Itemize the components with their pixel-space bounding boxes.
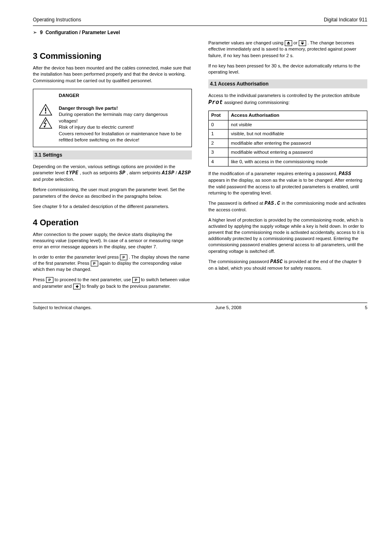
table-row: 4like 0, with access in the commissionin… [209,157,367,166]
crossref: ➣ 9 Configuration / Parameter Level [33,29,367,36]
p-key-icon: P [46,277,53,283]
svg-marker-3 [39,118,52,128]
header-left: Operating Instructions [33,16,81,23]
footer-right: 5 [365,305,367,311]
seg-pass: PASS [339,171,351,177]
svg-rect-1 [45,108,46,111]
danger-l2: During operation the terminals may carry… [59,112,168,123]
p-key-icon: P [132,277,140,283]
danger-title: DANGER [59,93,79,98]
shock-icon [39,117,52,129]
header-rule [33,25,367,26]
p-timeout: If no key has been pressed for 30 s, the… [208,63,367,75]
svg-rect-2 [45,112,46,113]
right-column: Parameter values are changed using or . … [208,40,367,293]
danger-box: DANGER Danger through live parts! During… [33,89,192,147]
svg-rect-9 [301,42,304,42]
p-pasc-label: The commissioning password PASC is provi… [208,259,367,271]
header-right: Digital Indicator 911 [324,16,367,23]
footer-mid: June 5, 2008 [215,305,242,311]
p-comm-intro: After the device has been mounted and th… [33,65,192,83]
table-row: 0not visible [209,120,367,130]
p-settings: Depending on the version, various settin… [33,164,192,183]
prot-table: Prot Access Authorisation 0not visible 1… [208,111,367,166]
crossref-title: Configuration / Parameter Level [46,30,120,35]
seg-prot: Prot [208,99,223,106]
th-access: Access Authorisation [228,111,367,120]
h-operation: 4 Operation [33,217,192,228]
p-comm-mode: A higher level of protection is provided… [208,217,367,254]
h-commissioning: 3 Commissioning [33,51,192,62]
p-key-icon: P [120,254,127,260]
danger-icons [36,92,55,143]
p-op2: In order to enter the parameter level pr… [33,254,192,273]
seg-sp: SP [119,170,125,176]
h-settings: 3.1 Settings [33,150,192,160]
svg-marker-7 [287,42,290,44]
seg-type: tYPE [66,170,78,176]
p-change: Parameter values are changed using or . … [208,40,367,58]
svg-rect-6 [78,286,78,287]
page-header: Operating Instructions Digital Indicator… [33,16,367,23]
svg-marker-10 [301,43,304,45]
p-pasc-def: The password is defined at PAS.C in the … [208,200,367,213]
danger-text: DANGER Danger through live parts! During… [55,92,187,143]
seg-a2sp: A2SP [178,170,191,176]
table-row: 1visible, but not modifiable [209,130,367,139]
page-footer: Subject to technical changes. June 5, 20… [33,303,367,311]
svg-marker-5 [76,285,78,288]
p-before-comm: Before commissioning, the user must prog… [33,187,192,199]
crossref-arrow: ➣ [33,29,39,36]
footer-left: Subject to technical changes. [33,305,92,311]
down-key-icon [299,40,306,46]
p-pass: If the modification of a parameter requi… [208,171,367,196]
left-key-icon [73,284,81,289]
danger-l4: Covers removed for Installation or maint… [59,131,182,143]
seg-pasc: PAS.C [265,201,281,206]
p-op3: Press P to proceed to the next parameter… [33,277,192,289]
crossref-num: 9 [40,30,43,35]
p-op1: After connection to the power supply, th… [33,231,192,250]
svg-rect-8 [287,44,290,45]
seg-pasc2: PASC [270,259,283,265]
h-access: 4.1 Access Authorisation [208,79,367,88]
p-see-ch9: See chapter 9 for a detailed description… [33,204,192,210]
table-row: 3modifiable without entering a password [209,148,367,157]
warning-icon [39,104,52,116]
p-access-intro: Access to the individual parameters is c… [208,92,367,106]
p-key-icon: P [91,261,98,266]
left-column: 3 Commissioning After the device has bee… [33,40,192,293]
table-row: 2modifiable after entering the password [209,139,367,148]
seg-a1sp: A1SP [162,170,175,176]
svg-marker-4 [44,126,46,127]
danger-l1: Danger through live parts! [59,106,118,111]
up-key-icon [285,40,292,46]
th-prot: Prot [209,111,228,120]
danger-l3: Risk of injury due to electric current! [59,125,134,130]
